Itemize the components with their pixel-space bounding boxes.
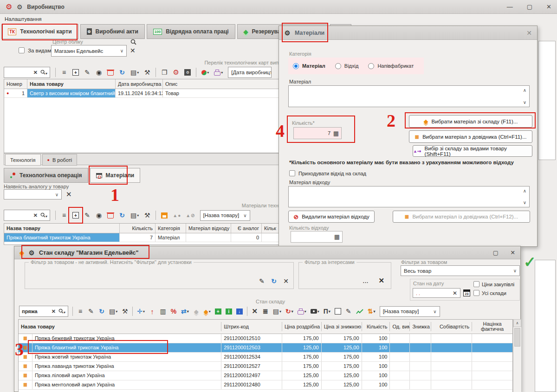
pick-waste-reference-button[interactable]: ≣ Вибрати матеріал із довідника (Ctrl+F1… [393, 211, 530, 223]
sort-icon[interactable]: ⇅▾ [368, 308, 376, 315]
search-options-icon[interactable]: ▾ [40, 212, 47, 218]
material-textarea[interactable]: ∧ ∨ [288, 85, 530, 107]
edit-icon[interactable]: ✎ [88, 308, 94, 315]
tab-tech-cards[interactable]: ТК Технологічні карти [1, 24, 78, 39]
filter-icon[interactable]: ≡ [61, 212, 67, 219]
pick-by-type-button[interactable]: ▲▪● Вибір зі складу за видами товару (Sh… [413, 145, 532, 157]
edit-icon[interactable]: ✎ [84, 212, 91, 219]
view-icon[interactable]: ◉ [96, 69, 102, 76]
menu-settings[interactable]: Налаштування [5, 16, 41, 22]
calculator-icon[interactable]: ▦ [334, 233, 340, 240]
mat-search-input[interactable]: ✕ ▾ [4, 210, 50, 221]
clear-icon[interactable]: ✕ [252, 307, 258, 315]
analog-combo[interactable]: ∨ [4, 189, 62, 199]
edit-filter-icon[interactable]: ✎ [259, 277, 265, 285]
tools-icon[interactable]: ⚒ [144, 69, 150, 76]
search-options-icon[interactable]: ▾ [40, 70, 47, 76]
clear-search-icon[interactable]: ✕ [33, 70, 38, 76]
clipboard-icon[interactable]: ▤▾ [130, 212, 139, 219]
product-filters-combo[interactable]: Весь товар ∨ [401, 265, 520, 276]
waste-qty-input[interactable]: ▦ [291, 231, 343, 243]
move-icon[interactable]: ✛▾ [137, 308, 145, 315]
pi-icon[interactable]: П▾ [324, 308, 330, 315]
delete-icon[interactable] [107, 71, 114, 76]
spin-up-icon[interactable]: ∧ [523, 188, 526, 193]
print-icon[interactable]: ▾ [214, 70, 223, 76]
transfer-icon[interactable]: ⇄▾ [181, 308, 189, 315]
view-icon[interactable]: ◉ [96, 212, 102, 219]
download-blue-icon[interactable]: ↓ [236, 308, 243, 315]
search-icon[interactable] [130, 39, 136, 45]
more-icon[interactable]: ... [363, 278, 369, 284]
refresh-icon[interactable]: ↻ [98, 308, 105, 315]
discount-icon[interactable]: % [170, 308, 177, 315]
tech-search-input[interactable]: ✕ ▾ [4, 67, 50, 78]
table-view-icon[interactable]: ▤▾ [273, 308, 281, 315]
filter-icon[interactable]: ≡ [61, 69, 67, 76]
calendar-icon[interactable]: 23 [463, 289, 470, 296]
search-options-icon[interactable]: ▾ [58, 308, 65, 315]
center-combo[interactable]: Магазин Едельвейс ∨ [51, 45, 127, 57]
signature-icon[interactable]: ✎ [345, 308, 352, 315]
all-stores-checkbox[interactable] [473, 290, 479, 296]
waste-to-stock-checkbox[interactable] [289, 170, 295, 176]
pick-from-stock-button[interactable]: ◆ Вибрати матеріал зі складу (F11)... [409, 115, 532, 128]
delete-icon[interactable] [107, 213, 114, 218]
sync-colored-icon[interactable]: ↻▾ [285, 308, 293, 315]
refresh-icon[interactable]: ↻ [119, 69, 125, 76]
purchase-prices-checkbox[interactable] [473, 281, 479, 287]
stock-name-combo[interactable]: [Назва товару] ∨ [380, 306, 440, 317]
tools-icon[interactable]: ⚒ [122, 308, 128, 315]
clear-interest-icon[interactable]: ✕ [378, 276, 384, 285]
stock-search-input[interactable]: пряжа ✕ ▾ [19, 306, 68, 317]
scroll-up-button[interactable]: ∧ [513, 319, 521, 327]
tech-table-row[interactable]: ●1 Светр з високим коміром блакитний три… [4, 89, 284, 98]
chart-icon[interactable] [356, 308, 363, 315]
clipboard-icon[interactable]: ▤▾ [130, 69, 139, 76]
clear-search-icon[interactable]: ✕ [52, 308, 56, 315]
clear-analog-icon[interactable]: ✕ [66, 190, 72, 199]
pick-from-reference-button[interactable]: ≣ Вибрати матеріал з довідника (Ctrl+F11… [409, 130, 532, 143]
radio-material[interactable] [293, 63, 299, 69]
stock-row[interactable]: ≣ Пряжа жовтий трикотаж Україна 29112000… [19, 353, 512, 362]
refresh-filter-icon[interactable]: ↻ [271, 277, 277, 285]
orange-layers-icon[interactable]: ◆▾ [204, 309, 211, 314]
clear-search-icon[interactable]: ✕ [33, 212, 38, 218]
clear-date-icon[interactable]: ✕ [453, 290, 457, 296]
radio-waste[interactable] [335, 63, 341, 69]
scroll-thumb[interactable] [514, 328, 520, 347]
spin-up-icon[interactable]: ∧ [523, 88, 526, 93]
by-type-checkbox[interactable] [19, 47, 25, 53]
gear-red-icon[interactable]: ⚙ [173, 68, 179, 77]
tab-tech-operation[interactable]: Технологічна операція [4, 168, 88, 183]
refresh-icon[interactable]: ↻ [119, 212, 125, 219]
tools-icon[interactable]: ⚒ [144, 212, 150, 219]
inventory-icon[interactable]: ▥ [160, 308, 166, 315]
add-icon[interactable]: + [72, 69, 79, 76]
filter-icon[interactable]: ≡ [77, 308, 84, 315]
clear-filter-icon[interactable]: ✕ [283, 277, 289, 285]
tab-materials[interactable]: Матеріали [90, 168, 141, 183]
tab-piecework-pay[interactable]: 100 Відрядна оплата праці [147, 24, 235, 39]
camera-icon[interactable]: ▾ [311, 309, 319, 314]
print-icon[interactable]: ▾ [298, 308, 306, 315]
tech-table-header[interactable]: Номер Назва товару Дата виробництва Опис [4, 79, 284, 89]
stock-table-header[interactable]: Назва товару Штрих-код Ціна роздрібна Ці… [19, 320, 512, 334]
info-green-icon[interactable]: i [226, 308, 232, 315]
stock-row-selected[interactable]: ≣ Пряжа блакитний трикотаж Україна 29112… [19, 343, 512, 353]
date-input[interactable]: . . ✕ [413, 288, 460, 298]
materials-table-row[interactable]: Пряжа блакитний трикотаж Україна 7 Матер… [4, 233, 286, 242]
analogs-icon[interactable]: ▲● [173, 213, 181, 218]
maximize-button[interactable]: ▢ [527, 3, 532, 10]
tab-in-progress[interactable]: ●В роботі [42, 154, 78, 166]
analogs-off-icon[interactable]: ▲⊘ [186, 213, 194, 218]
stock-row[interactable]: ≣ Пряжа лаванда трикотаж Україна 2911200… [19, 362, 512, 371]
clipboard-icon[interactable]: ▤▾ [109, 308, 117, 315]
save-icon[interactable] [161, 212, 168, 218]
gray-layers-icon[interactable]: ◆ [193, 309, 200, 314]
materials-table-header[interactable]: Назва товару Кількість Категорія Матеріа… [4, 224, 286, 233]
stock-row[interactable]: ≣ Пряжа ментоловий акрил Україна 2911200… [19, 380, 512, 390]
waste-material-textarea[interactable]: ∧ ∨ [288, 186, 530, 207]
minimize-button[interactable]: — [507, 3, 513, 10]
name-combo[interactable]: [Назва товару] ∨ [200, 210, 250, 221]
